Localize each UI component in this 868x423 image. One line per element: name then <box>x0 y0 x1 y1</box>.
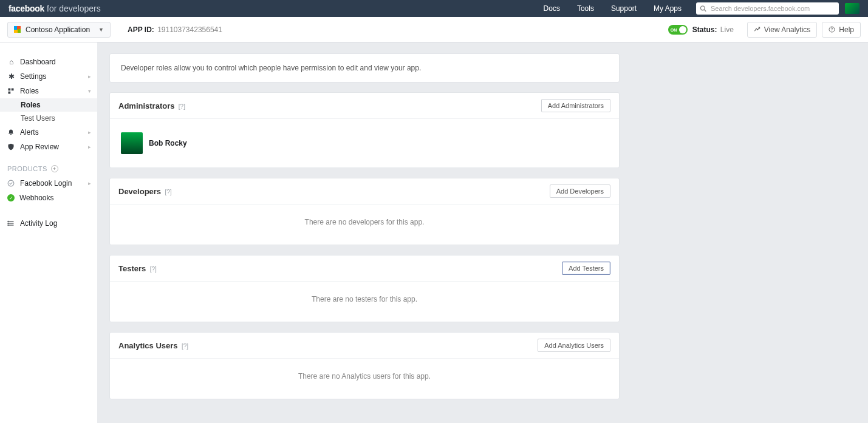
check-circle-green-icon: ✓ <box>7 194 15 201</box>
help-qmark-icon[interactable]: [?] <box>150 266 157 272</box>
app-logo-icon <box>14 26 21 33</box>
sidebar-label: App Review <box>20 143 59 151</box>
svg-point-11 <box>8 221 9 222</box>
administrators-card: Administrators [?] Add Administrators Bo… <box>109 92 620 168</box>
help-icon <box>829 26 835 33</box>
home-icon: ⌂ <box>7 58 15 66</box>
shield-icon <box>7 143 15 151</box>
status-value: Live <box>720 25 734 34</box>
help-button[interactable]: Help <box>822 22 861 38</box>
roles-icon <box>7 87 15 95</box>
sidebar-item-roles[interactable]: Roles ▾ <box>0 84 97 98</box>
svg-rect-4 <box>9 89 11 91</box>
app-selector-name: Contoso Application <box>26 25 90 34</box>
testers-card: Testers [?] Add Testers There are no tes… <box>109 255 620 322</box>
app-selector[interactable]: Contoso Application ▼ <box>7 22 111 38</box>
footer-brand: facebook for developers <box>109 409 620 423</box>
analytics-icon <box>754 26 760 33</box>
sidebar-item-dashboard[interactable]: ⌂ Dashboard <box>0 55 97 69</box>
help-qmark-icon[interactable]: [?] <box>182 343 188 350</box>
view-analytics-label: View Analytics <box>764 25 810 34</box>
svg-point-3 <box>832 30 832 31</box>
brand-fordevelopers: for developers <box>47 4 101 13</box>
add-developers-button[interactable]: Add Developers <box>550 184 610 198</box>
add-administrators-button[interactable]: Add Administrators <box>541 99 610 112</box>
svg-rect-5 <box>12 89 14 91</box>
products-label: PRODUCTS <box>7 165 47 172</box>
chevron-right-icon: ▸ <box>88 73 91 80</box>
view-analytics-button[interactable]: View Analytics <box>747 22 817 38</box>
sidebar-item-webhooks[interactable]: ✓ Webhooks <box>0 191 97 205</box>
toggle-knob <box>679 26 686 33</box>
status-label: Status: <box>692 25 717 34</box>
sidebar-label: Webhooks <box>19 194 53 202</box>
app-status: Status: Live <box>692 25 734 34</box>
sidebar: ⌂ Dashboard ✱ Settings ▸ Roles ▾ Roles T… <box>0 42 97 423</box>
sidebar-label: Alerts <box>20 128 39 137</box>
add-administrators-label: Add Administrators <box>548 102 604 109</box>
sidebar-sub-label: Test Users <box>21 114 55 123</box>
analytics-users-title: Analytics Users <box>118 341 178 350</box>
help-qmark-icon[interactable]: [?] <box>179 103 185 110</box>
svg-point-7 <box>8 180 14 186</box>
sidebar-item-settings[interactable]: ✱ Settings ▸ <box>0 69 97 84</box>
add-analytics-users-button[interactable]: Add Analytics Users <box>538 339 610 352</box>
sidebar-item-app-review[interactable]: App Review ▸ <box>0 140 97 154</box>
gear-icon: ✱ <box>7 72 15 81</box>
user-avatar-icon <box>121 132 143 154</box>
brand-facebook: facebook <box>9 4 44 13</box>
add-product-button[interactable]: + <box>51 165 58 172</box>
add-developers-label: Add Developers <box>556 188 604 195</box>
list-icon <box>7 220 15 227</box>
chevron-down-icon: ▼ <box>98 27 104 33</box>
toggle-on-label: ON <box>671 27 677 32</box>
testers-title: Testers <box>118 264 146 273</box>
chevron-down-icon: ▾ <box>88 88 91 94</box>
sidebar-item-alerts[interactable]: Alerts ▸ <box>0 125 97 140</box>
help-label: Help <box>839 25 854 34</box>
bell-icon <box>7 129 15 136</box>
analytics-users-card: Analytics Users [?] Add Analytics Users … <box>109 332 620 399</box>
check-circle-icon <box>7 180 15 187</box>
developers-card: Developers [?] Add Developers There are … <box>109 178 620 245</box>
help-qmark-icon[interactable]: [?] <box>165 189 171 195</box>
sidebar-label: Roles <box>20 87 39 95</box>
sidebar-subitem-test-users[interactable]: Test Users <box>0 112 97 125</box>
developers-title: Developers <box>118 187 161 196</box>
app-status-toggle[interactable]: ON <box>668 25 688 35</box>
search-container <box>696 2 839 15</box>
nav-myapps[interactable]: My Apps <box>654 4 682 13</box>
admin-user-name: Bob Rocky <box>149 139 187 147</box>
chevron-right-icon: ▸ <box>88 144 91 150</box>
sidebar-item-facebook-login[interactable]: Facebook Login ▸ <box>0 176 97 191</box>
sidebar-item-activity-log[interactable]: Activity Log <box>0 216 97 231</box>
nav-docs[interactable]: Docs <box>544 4 560 13</box>
analytics-users-empty: There are no Analytics users for this ap… <box>110 359 619 399</box>
brand[interactable]: facebook for developers <box>9 4 101 13</box>
svg-point-12 <box>8 223 9 223</box>
developers-empty: There are no developers for this app. <box>110 205 619 245</box>
main-content: Developer roles allow you to control whi… <box>97 42 632 423</box>
sidebar-sub-label: Roles <box>21 101 41 109</box>
add-testers-label: Add Testers <box>569 265 604 272</box>
app-id-label: APP ID: <box>128 25 154 34</box>
add-testers-button[interactable]: Add Testers <box>562 262 610 275</box>
user-avatar[interactable] <box>845 3 859 14</box>
add-analytics-users-label: Add Analytics Users <box>544 342 604 349</box>
svg-point-0 <box>700 6 705 10</box>
chevron-right-icon: ▸ <box>88 129 91 135</box>
svg-line-1 <box>705 10 706 12</box>
svg-point-13 <box>8 225 9 225</box>
administrators-title: Administrators <box>118 101 174 110</box>
nav-tools[interactable]: Tools <box>577 4 594 13</box>
testers-empty: There are no testers for this app. <box>110 282 619 322</box>
sidebar-section-products: PRODUCTS + <box>0 154 97 176</box>
app-subheader: Contoso Application ▼ APP ID: 1911037342… <box>0 17 868 42</box>
intro-card: Developer roles allow you to control whi… <box>109 53 620 83</box>
nav-support[interactable]: Support <box>611 4 637 13</box>
search-input[interactable] <box>696 2 839 15</box>
global-topnav: facebook for developers Docs Tools Suppo… <box>0 0 868 17</box>
admin-user-row[interactable]: Bob Rocky <box>118 127 610 159</box>
sidebar-subitem-roles[interactable]: Roles <box>0 98 97 112</box>
sidebar-label: Settings <box>20 72 46 81</box>
